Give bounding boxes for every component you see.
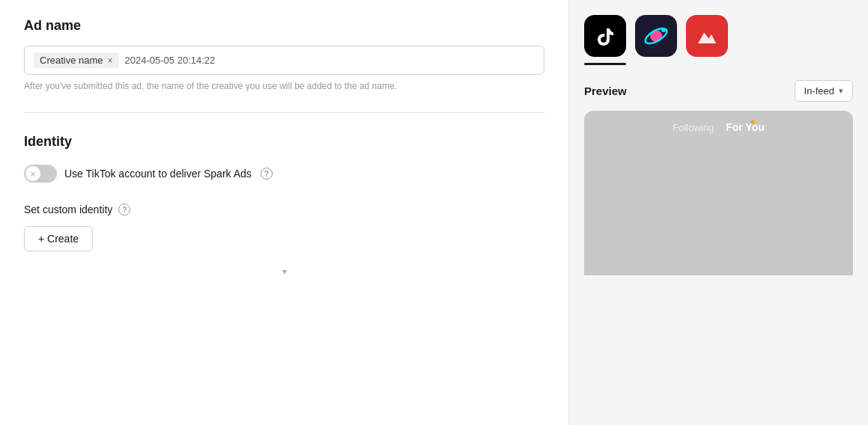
- preview-header: Preview In-feed ▾: [584, 80, 853, 102]
- phone-preview-screen: Following For You: [584, 111, 853, 275]
- pangle-indicator: [635, 63, 677, 65]
- ad-name-section: Ad name Creative name × 2024-05-05 20:14…: [24, 18, 544, 113]
- notification-dot: [750, 120, 755, 124]
- toggle-knob: [25, 166, 40, 181]
- create-identity-button[interactable]: + Create: [24, 226, 93, 251]
- following-tab[interactable]: Following: [673, 122, 714, 133]
- preview-format-dropdown[interactable]: In-feed ▾: [795, 80, 853, 102]
- identity-section: Identity Use TikTok account to deliver S…: [24, 113, 544, 251]
- creative-name-tag-label: Creative name: [40, 55, 103, 66]
- custom-identity-label: Set custom identity: [24, 204, 112, 215]
- topbuzz-indicator: [686, 63, 728, 65]
- ad-name-input-container[interactable]: Creative name × 2024-05-05 20:14:22: [24, 46, 544, 75]
- creative-name-tag[interactable]: Creative name ×: [34, 52, 119, 68]
- ad-name-hint: After you've submitted this ad, the name…: [24, 81, 544, 91]
- active-icon-indicator: [584, 63, 626, 65]
- custom-identity-help-icon[interactable]: ?: [118, 204, 130, 215]
- phone-tabs: Following For You: [584, 111, 853, 139]
- preview-format-label: In-feed: [804, 85, 834, 97]
- app-icons-row: [584, 15, 853, 60]
- preview-panel: Preview In-feed ▾ Following For You: [568, 0, 868, 425]
- custom-identity-row: Set custom identity ?: [24, 204, 544, 215]
- main-content: Ad name Creative name × 2024-05-05 20:14…: [0, 0, 568, 425]
- spark-ads-help-icon[interactable]: ?: [261, 168, 273, 180]
- ad-name-date: 2024-05-05 20:14:22: [125, 55, 216, 66]
- chevron-down-icon: ▾: [839, 86, 843, 96]
- pangle-app-icon[interactable]: [635, 15, 677, 57]
- spark-ads-toggle-label: Use TikTok account to deliver Spark Ads: [64, 168, 252, 180]
- spark-ads-toggle[interactable]: [24, 165, 57, 183]
- tiktok-app-icon[interactable]: [584, 15, 626, 57]
- preview-label: Preview: [584, 85, 627, 97]
- svg-point-2: [661, 28, 666, 32]
- creative-name-tag-close[interactable]: ×: [108, 55, 113, 66]
- identity-title: Identity: [24, 134, 544, 150]
- scroll-down-arrow: ▾: [282, 266, 287, 277]
- for-you-tab[interactable]: For You: [726, 121, 765, 133]
- spark-ads-toggle-row: Use TikTok account to deliver Spark Ads …: [24, 165, 544, 183]
- ad-name-title: Ad name: [24, 18, 544, 34]
- topbuzz-app-icon[interactable]: [686, 15, 728, 57]
